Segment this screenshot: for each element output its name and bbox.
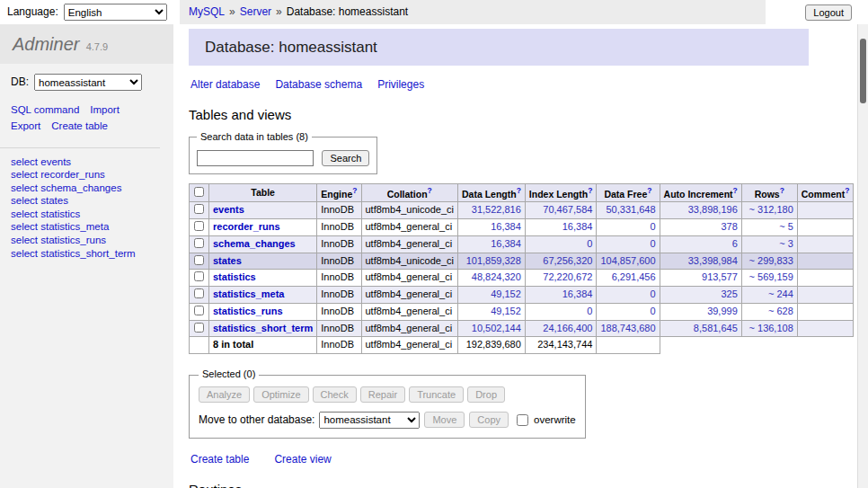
index-length-link[interactable]: 16,384	[562, 288, 593, 299]
data-free-link[interactable]: 0	[650, 288, 655, 299]
repair-button[interactable]: Repair	[360, 386, 405, 403]
row-checkbox[interactable]	[194, 204, 204, 214]
select-all-checkbox[interactable]	[194, 187, 204, 197]
data-length-link[interactable]: 49,152	[491, 288, 521, 299]
search-button[interactable]: Search	[322, 150, 369, 166]
language-select[interactable]: English	[64, 4, 167, 21]
index-length-link[interactable]: 16,384	[562, 221, 593, 232]
help-link[interactable]: ?	[517, 186, 521, 195]
help-link[interactable]: ?	[588, 186, 592, 195]
table-link[interactable]: statistics_runs	[213, 306, 283, 316]
data-length-link[interactable]: 31,522,816	[472, 204, 521, 215]
table-link[interactable]: statistics_meta	[213, 288, 285, 299]
rows-count-link[interactable]: ~ 299,833	[749, 255, 793, 266]
auto-increment-link[interactable]: 33,898,196	[688, 204, 738, 215]
data-free-link[interactable]: 104,857,600	[600, 255, 655, 266]
sidebar-link-create-table[interactable]: Create table	[51, 119, 108, 135]
create-view-link[interactable]: Create view	[274, 453, 331, 466]
check-button[interactable]: Check	[313, 386, 357, 403]
row-checkbox[interactable]	[194, 221, 204, 231]
row-checkbox[interactable]	[194, 271, 204, 281]
data-length-link[interactable]: 48,824,320	[472, 271, 521, 282]
rows-count-link[interactable]: ~ 136,108	[749, 323, 793, 333]
breadcrumb-link-mysql[interactable]: MySQL	[189, 5, 225, 19]
row-checkbox[interactable]	[194, 238, 204, 248]
index-length-link[interactable]: 72,220,672	[543, 271, 592, 282]
sidebar-item-select-statistics-short-term[interactable]: select statistics_short_term	[11, 248, 163, 261]
table-link[interactable]: statistics	[213, 271, 256, 282]
vertical-scrollbar[interactable]	[857, 24, 868, 488]
data-free-link[interactable]: 0	[650, 238, 655, 249]
data-free-link[interactable]: 6,291,456	[612, 271, 656, 282]
logout-button[interactable]: Logout	[805, 4, 852, 21]
sidebar-item-select-recorder-runs[interactable]: select recorder_runs	[11, 169, 163, 182]
create-table-link[interactable]: Create table	[190, 453, 249, 466]
index-length-link[interactable]: 0	[587, 306, 592, 316]
rows-count-link[interactable]: ~ 5	[779, 221, 793, 232]
data-free-link[interactable]: 0	[650, 306, 655, 316]
data-length-link[interactable]: 49,152	[491, 306, 521, 316]
data-free-link[interactable]: 50,331,648	[607, 204, 656, 215]
help-link[interactable]: ?	[428, 186, 432, 195]
drop-button[interactable]: Drop	[467, 386, 505, 403]
link-privileges[interactable]: Privileges	[377, 78, 424, 92]
data-length-link[interactable]: 16,384	[491, 238, 521, 249]
index-length-link[interactable]: 0	[587, 238, 592, 249]
link-database-schema[interactable]: Database schema	[275, 78, 362, 92]
data-length-link[interactable]: 16,384	[491, 221, 521, 232]
data-free-link[interactable]: 188,743,680	[600, 323, 655, 333]
auto-increment-link[interactable]: 6	[732, 238, 738, 249]
row-checkbox[interactable]	[194, 306, 204, 315]
help-link[interactable]: ?	[780, 186, 784, 195]
sidebar-item-select-statistics-meta[interactable]: select statistics_meta	[11, 221, 163, 234]
copy-button[interactable]: Copy	[469, 412, 509, 428]
rows-count-link[interactable]: ~ 312,180	[749, 204, 793, 215]
data-length-link[interactable]: 10,502,144	[472, 323, 521, 333]
search-input[interactable]	[197, 150, 314, 166]
auto-increment-link[interactable]: 8,581,645	[694, 323, 738, 333]
help-link[interactable]: ?	[733, 186, 738, 195]
auto-increment-link[interactable]: 913,577	[702, 271, 738, 282]
row-checkbox[interactable]	[194, 288, 204, 298]
table-link[interactable]: recorder_runs	[213, 221, 280, 232]
auto-increment-link[interactable]: 39,999	[707, 306, 738, 316]
move-database-select[interactable]: homeassistant	[319, 412, 420, 429]
breadcrumb-link-server[interactable]: Server	[240, 5, 271, 19]
table-link[interactable]: statistics_short_term	[213, 323, 313, 333]
analyze-button[interactable]: Analyze	[199, 386, 250, 403]
rows-count-link[interactable]: ~ 3	[779, 238, 793, 249]
sidebar-item-select-events[interactable]: select events	[11, 156, 163, 169]
sidebar-link-export[interactable]: Export	[11, 119, 40, 135]
table-link[interactable]: states	[213, 255, 242, 266]
index-length-link[interactable]: 24,166,400	[543, 323, 592, 333]
rows-count-link[interactable]: ~ 244	[768, 288, 793, 299]
data-free-link[interactable]: 0	[650, 221, 655, 232]
help-link[interactable]: ?	[352, 186, 357, 195]
sidebar-item-select-schema-changes[interactable]: select schema_changes	[11, 182, 163, 195]
rows-count-link[interactable]: ~ 628	[768, 306, 793, 316]
auto-increment-link[interactable]: 33,398,984	[688, 255, 738, 266]
row-checkbox[interactable]	[194, 323, 204, 333]
help-link[interactable]: ?	[845, 186, 849, 195]
table-link[interactable]: events	[213, 204, 244, 215]
overwrite-checkbox[interactable]	[517, 414, 528, 426]
data-length-link[interactable]: 101,859,328	[466, 255, 521, 266]
help-link[interactable]: ?	[647, 186, 651, 195]
index-length-link[interactable]: 67,256,320	[543, 255, 592, 266]
db-select[interactable]: homeassistant	[34, 74, 142, 91]
sidebar-link-import[interactable]: Import	[90, 102, 120, 119]
link-alter-database[interactable]: Alter database	[190, 78, 260, 92]
sidebar-link-sql-command[interactable]: SQL command	[11, 102, 79, 119]
sidebar-item-select-states[interactable]: select states	[11, 195, 163, 208]
auto-increment-link[interactable]: 378	[721, 221, 737, 232]
row-checkbox[interactable]	[194, 255, 204, 265]
index-length-link[interactable]: 70,467,584	[543, 204, 592, 215]
optimize-button[interactable]: Optimize	[253, 386, 308, 403]
move-button[interactable]: Move	[424, 412, 465, 428]
truncate-button[interactable]: Truncate	[409, 386, 464, 403]
auto-increment-link[interactable]: 325	[721, 288, 737, 299]
scrollbar-thumb[interactable]	[860, 39, 866, 103]
table-link[interactable]: schema_changes	[213, 238, 296, 249]
rows-count-link[interactable]: ~ 569,159	[749, 271, 793, 282]
sidebar-item-select-statistics[interactable]: select statistics	[11, 209, 163, 221]
